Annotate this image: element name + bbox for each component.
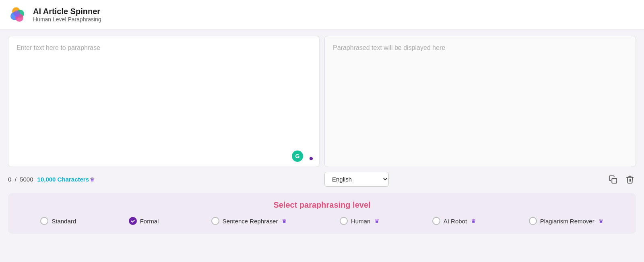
grammarly-icon[interactable]: G: [292, 151, 303, 162]
radio-sentence-rephraser: [211, 217, 219, 225]
language-select[interactable]: English French Spanish German Italian Po…: [324, 172, 389, 187]
radio-standard: [40, 217, 48, 225]
delete-button[interactable]: [624, 173, 636, 186]
crown-sentence-icon: ♛: [282, 218, 287, 224]
main-content: G Paraphrased text will be displayed her…: [0, 29, 644, 234]
input-panel: G: [8, 36, 320, 167]
level-option-ai-robot[interactable]: AI Robot ♛: [432, 217, 476, 225]
level-label-sentence-rephraser: Sentence Rephraser: [223, 218, 278, 225]
svg-point-4: [14, 10, 20, 17]
level-option-formal[interactable]: Formal: [129, 217, 159, 225]
level-label-plagiarism-remover: Plagiarism Remover: [540, 218, 594, 225]
text-panels: G Paraphrased text will be displayed her…: [8, 36, 636, 167]
crown-plagiarism-icon: ♛: [599, 218, 604, 224]
output-panel: Paraphrased text will be displayed here: [324, 36, 636, 167]
action-icons: [607, 173, 636, 186]
bottom-bar-right: English French Spanish German Italian Po…: [324, 172, 636, 187]
app-subtitle: Human Level Paraphrasing: [33, 16, 101, 23]
app-logo: [8, 5, 27, 24]
level-label-ai-robot: AI Robot: [444, 218, 467, 225]
level-label-human: Human: [351, 218, 370, 225]
level-option-plagiarism-remover[interactable]: Plagiarism Remover ♛: [529, 217, 604, 225]
level-option-human[interactable]: Human ♛: [340, 217, 380, 225]
text-input[interactable]: [8, 36, 319, 165]
bottom-bar-left: 0 / 5000 10,000 Characters ♛: [8, 176, 320, 183]
bottom-bar: 0 / 5000 10,000 Characters ♛ English Fre…: [8, 167, 636, 192]
paraphrase-level-section: Select paraphrasing level Standard Forma…: [8, 193, 636, 234]
upgrade-label[interactable]: 10,000 Characters: [37, 176, 89, 183]
radio-human: [340, 217, 348, 225]
dot-indicator: [310, 157, 313, 160]
level-label-formal: Formal: [140, 218, 159, 225]
level-title: Select paraphrasing level: [16, 200, 628, 210]
radio-ai-robot: [432, 217, 440, 225]
output-placeholder: Paraphrased text will be displayed here: [325, 36, 636, 165]
svg-rect-5: [612, 178, 617, 183]
copy-button[interactable]: [607, 173, 619, 186]
app-title: AI Article Spinner: [33, 6, 101, 16]
level-options: Standard Formal Sentence Rephraser ♛: [16, 217, 628, 225]
level-label-standard: Standard: [52, 218, 76, 225]
char-count: 0 / 5000: [8, 176, 33, 183]
level-option-sentence-rephraser[interactable]: Sentence Rephraser ♛: [211, 217, 287, 225]
crown-icon: ♛: [90, 176, 95, 183]
app-header: AI Article Spinner Human Level Paraphras…: [0, 0, 644, 29]
level-option-standard[interactable]: Standard: [40, 217, 76, 225]
radio-formal: [129, 217, 137, 225]
crown-ai-robot-icon: ♛: [471, 218, 476, 224]
radio-plagiarism-remover: [529, 217, 537, 225]
app-title-block: AI Article Spinner Human Level Paraphras…: [33, 6, 101, 23]
crown-human-icon: ♛: [374, 218, 380, 224]
